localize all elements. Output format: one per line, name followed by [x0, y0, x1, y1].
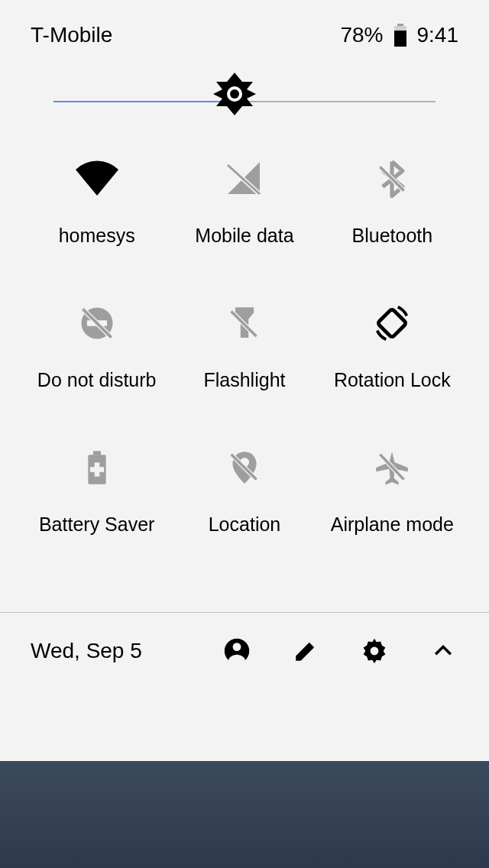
tile-label: Location — [209, 513, 281, 536]
tile-label: Airplane mode — [331, 513, 454, 536]
tile-airplane[interactable]: Airplane mode — [319, 445, 466, 536]
tile-flashlight[interactable]: Flashlight — [170, 300, 318, 391]
airplane-off-icon — [369, 445, 415, 491]
tile-dnd[interactable]: Do not disturb — [23, 300, 170, 391]
tile-label: homesys — [59, 225, 135, 247]
background-wallpaper — [0, 761, 489, 868]
wifi-icon — [74, 156, 120, 202]
tile-label: Battery Saver — [39, 513, 154, 536]
svg-point-28 — [233, 643, 241, 651]
tile-location[interactable]: Location — [170, 445, 318, 536]
flashlight-off-icon — [222, 300, 267, 346]
tile-mobile-data[interactable]: Mobile data — [170, 156, 318, 247]
edit-button[interactable] — [290, 636, 321, 666]
tile-label: Mobile data — [195, 225, 293, 247]
footer-bar: Wed, Sep 5 — [0, 613, 489, 689]
quick-settings-grid: homesys Mobile data Bluetooth — [0, 125, 489, 566]
tile-wifi[interactable]: homesys — [23, 156, 170, 247]
brightness-icon[interactable] — [212, 71, 257, 117]
tile-rotation[interactable]: Rotation Lock — [319, 300, 466, 391]
svg-rect-2 — [394, 31, 406, 47]
location-off-icon — [222, 445, 267, 491]
svg-point-6 — [230, 89, 239, 99]
battery-plus-icon — [74, 445, 120, 491]
svg-rect-17 — [377, 309, 406, 338]
status-right: 78% 9:41 — [340, 23, 458, 47]
battery-icon — [393, 24, 408, 47]
carrier-label: T-Mobile — [31, 23, 112, 47]
tile-battery-saver[interactable]: Battery Saver — [23, 445, 170, 536]
date-label: Wed, Sep 5 — [31, 639, 183, 663]
time-label: 9:41 — [417, 23, 459, 47]
tile-label: Do not disturb — [37, 369, 157, 391]
user-button[interactable] — [222, 636, 252, 666]
svg-point-29 — [371, 647, 379, 656]
dnd-off-icon — [74, 300, 120, 346]
tile-label: Rotation Lock — [334, 369, 451, 391]
battery-percent: 78% — [340, 23, 383, 47]
tile-label: Bluetooth — [352, 225, 433, 247]
tile-bluetooth[interactable]: Bluetooth — [319, 156, 466, 247]
bluetooth-off-icon — [369, 156, 415, 202]
collapse-button[interactable] — [428, 636, 458, 666]
svg-rect-0 — [397, 24, 403, 26]
rotate-icon — [369, 300, 415, 346]
tile-label: Flashlight — [203, 369, 285, 391]
signal-off-icon — [222, 156, 267, 202]
settings-button[interactable] — [359, 636, 390, 666]
brightness-slider[interactable] — [0, 63, 489, 125]
slider-fill — [53, 101, 237, 102]
svg-rect-21 — [89, 467, 103, 472]
svg-rect-18 — [93, 451, 101, 455]
status-bar: T-Mobile 78% 9:41 — [0, 0, 489, 63]
